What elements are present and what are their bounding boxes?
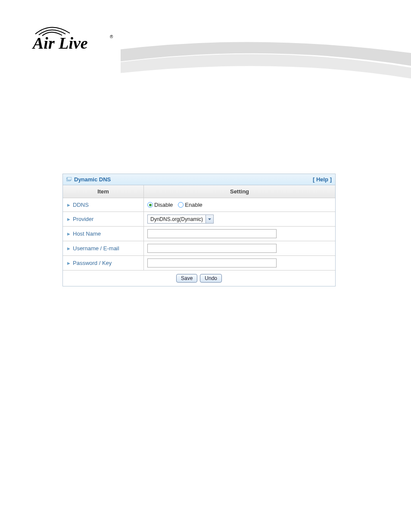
column-headers: Item Setting	[63, 185, 335, 198]
triangle-icon: ▶	[67, 203, 70, 207]
panel-footer: Save Undo	[63, 271, 335, 286]
ddns-disable-label: Disable	[154, 202, 173, 208]
label-username: ▶ Username / E-mail	[63, 241, 144, 255]
label-hostname: ▶ Host Name	[63, 227, 144, 241]
brand-logo: Air Live ®	[30, 24, 116, 54]
help-link[interactable]: [ Help ]	[313, 176, 332, 183]
label-hostname-text: Host Name	[73, 230, 101, 237]
hostname-input[interactable]	[147, 229, 277, 238]
triangle-icon: ▶	[67, 232, 70, 236]
row-ddns: ▶ DDNS Disable Enable	[63, 198, 335, 212]
row-hostname: ▶ Host Name	[63, 227, 335, 241]
triangle-icon: ▶	[67, 217, 70, 221]
username-input[interactable]	[147, 244, 277, 253]
label-password: ▶ Password / Key	[63, 256, 144, 270]
triangle-icon: ▶	[67, 246, 70, 251]
radio-icon	[178, 202, 184, 208]
label-provider: ▶ Provider	[63, 212, 144, 226]
label-username-text: Username / E-mail	[73, 245, 119, 252]
panel-titlebar: Dynamic DNS [ Help ]	[63, 174, 335, 185]
ddns-enable-label: Enable	[185, 202, 202, 208]
triangle-icon: ▶	[67, 261, 70, 265]
dynamic-dns-panel: Dynamic DNS [ Help ] Item Setting ▶ DDNS…	[62, 174, 336, 286]
provider-select[interactable]: DynDNS.org(Dynamic)	[147, 215, 214, 224]
ddns-disable-radio[interactable]: Disable	[147, 202, 173, 208]
panel-icon	[66, 176, 72, 183]
row-provider: ▶ Provider DynDNS.org(Dynamic)	[63, 212, 335, 227]
ddns-enable-radio[interactable]: Enable	[178, 202, 202, 208]
panel-title-text: Dynamic DNS	[74, 176, 111, 183]
column-header-item: Item	[63, 185, 144, 198]
password-input[interactable]	[147, 258, 277, 268]
label-ddns: ▶ DDNS	[63, 198, 144, 212]
radio-icon	[147, 202, 153, 208]
provider-select-value: DynDNS.org(Dynamic)	[148, 215, 206, 223]
label-password-text: Password / Key	[73, 260, 112, 266]
row-username: ▶ Username / E-mail	[63, 241, 335, 256]
column-header-setting: Setting	[144, 185, 335, 198]
save-button[interactable]: Save	[176, 274, 197, 283]
chevron-down-icon	[206, 215, 213, 223]
label-provider-text: Provider	[73, 216, 93, 222]
undo-button[interactable]: Undo	[200, 274, 222, 283]
svg-text:®: ®	[110, 34, 113, 39]
label-ddns-text: DDNS	[73, 202, 89, 208]
svg-text:Air Live: Air Live	[32, 34, 88, 52]
row-password: ▶ Password / Key	[63, 256, 335, 271]
svg-rect-3	[67, 177, 72, 180]
page-header: Air Live ®	[0, 0, 411, 86]
header-swoosh	[121, 37, 411, 84]
